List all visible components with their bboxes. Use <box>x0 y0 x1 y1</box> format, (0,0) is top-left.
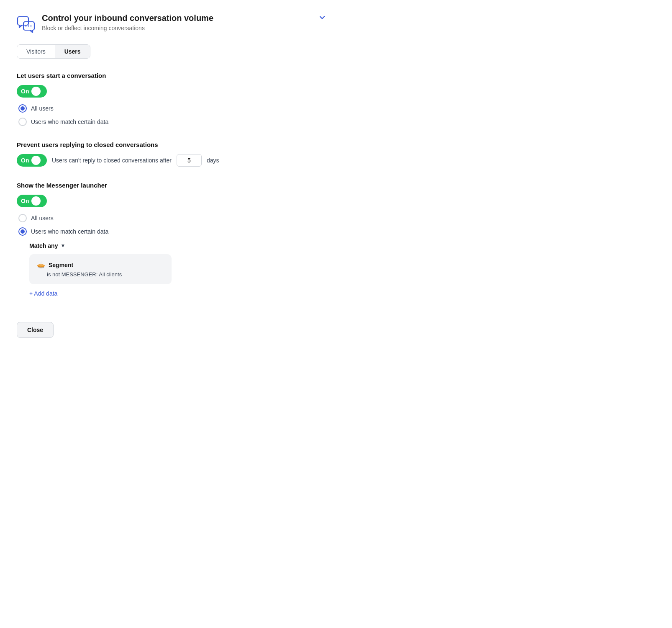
toggle-messenger-launcher[interactable]: On <box>17 195 47 207</box>
toggle-row-prevent: On Users can't reply to closed conversat… <box>17 154 326 167</box>
radio-group-start: All users Users who match certain data <box>18 104 326 126</box>
toggle-row-messenger: On <box>17 195 326 207</box>
segment-card: 🥧 Segment is not MESSENGER: All clients <box>29 254 172 284</box>
section-messenger-launcher: Show the Messenger launcher On All users… <box>17 182 326 297</box>
section-messenger-title: Show the Messenger launcher <box>17 182 326 189</box>
chevron-button[interactable] <box>318 13 326 24</box>
section-prevent-replies-title: Prevent users replying to closed convers… <box>17 141 326 148</box>
svg-point-4 <box>31 26 32 27</box>
page-subtitle: Block or deflect incoming conversations <box>42 25 213 31</box>
radio-all-users-messenger[interactable]: All users <box>18 214 326 222</box>
prevent-inline-text-after: days <box>207 157 219 164</box>
radio-circle-all-users-messenger <box>18 214 27 222</box>
page-title: Control your inbound conversation volume <box>42 13 213 23</box>
segment-icon: 🥧 <box>37 261 45 269</box>
radio-group-messenger: All users Users who match certain data <box>18 214 326 236</box>
segment-card-title: Segment <box>49 262 73 268</box>
toggle-start-label: On <box>21 88 29 95</box>
match-dropdown-arrow: ▼ <box>60 243 65 249</box>
toggle-messenger-label: On <box>21 198 29 204</box>
radio-circle-all-users-start <box>18 104 27 113</box>
segment-card-header: 🥧 Segment <box>37 261 164 269</box>
app-icon <box>17 14 35 33</box>
radio-circle-match-data-messenger <box>18 227 27 236</box>
match-dropdown[interactable]: Match any ▼ <box>29 242 326 249</box>
add-data-label: + Add data <box>29 290 57 297</box>
toggle-prevent-replies[interactable]: On <box>17 154 47 167</box>
main-container: Control your inbound conversation volume… <box>0 0 343 355</box>
svg-point-3 <box>28 26 29 27</box>
toggle-prevent-label: On <box>21 157 29 164</box>
radio-match-data-start[interactable]: Users who match certain data <box>18 118 326 126</box>
radio-circle-match-data-start <box>18 118 27 126</box>
radio-all-users-start[interactable]: All users <box>18 104 326 113</box>
tab-users[interactable]: Users <box>55 45 90 58</box>
add-data-button[interactable]: + Add data <box>29 290 57 297</box>
radio-label-all-users-start: All users <box>31 105 54 112</box>
toggle-row-start: On <box>17 85 326 98</box>
toggle-start-conversation[interactable]: On <box>17 85 47 98</box>
section-start-conversation-title: Let users start a conversation <box>17 72 326 79</box>
header-text: Control your inbound conversation volume… <box>42 13 213 31</box>
tab-visitors[interactable]: Visitors <box>17 45 55 58</box>
radio-match-data-messenger[interactable]: Users who match certain data <box>18 227 326 236</box>
tab-group: Visitors Users <box>17 44 90 59</box>
radio-label-all-users-messenger: All users <box>31 215 54 221</box>
radio-label-match-data-start: Users who match certain data <box>31 118 108 125</box>
toggle-start-knob <box>31 87 41 96</box>
close-button[interactable]: Close <box>17 322 54 338</box>
segment-card-body: is not MESSENGER: All clients <box>37 271 164 278</box>
section-prevent-replies: Prevent users replying to closed convers… <box>17 141 326 167</box>
prevent-inline-text-before: Users can't reply to closed conversation… <box>52 157 172 164</box>
svg-point-2 <box>26 26 27 27</box>
section-start-conversation: Let users start a conversation On All us… <box>17 72 326 126</box>
radio-label-match-data-messenger: Users who match certain data <box>31 228 108 235</box>
toggle-messenger-knob <box>31 196 41 206</box>
days-input[interactable] <box>177 154 202 167</box>
match-dropdown-label: Match any <box>29 242 58 249</box>
header: Control your inbound conversation volume… <box>17 13 326 33</box>
toggle-prevent-knob <box>31 156 41 165</box>
